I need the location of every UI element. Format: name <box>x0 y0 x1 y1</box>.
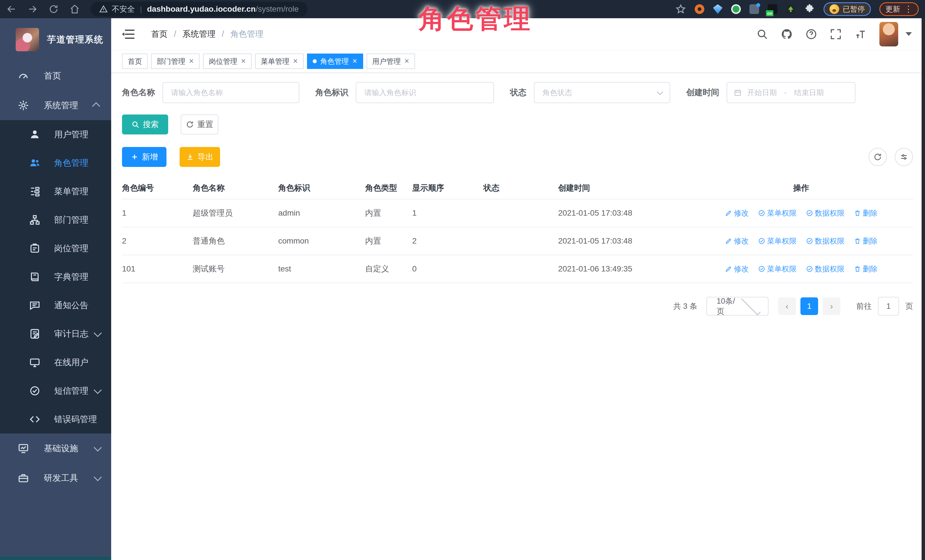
table-header-row: 角色编号 角色名称 角色标识 角色类型 显示顺序 状态 创建时间 操作 <box>122 177 913 200</box>
code-icon <box>29 414 41 425</box>
reload-icon[interactable] <box>48 4 59 14</box>
page-size-select[interactable]: 10条/页 <box>707 297 768 315</box>
extension-icon-grid[interactable] <box>749 4 759 14</box>
delete-link[interactable]: 删除 <box>854 264 878 274</box>
delete-link[interactable]: 删除 <box>854 208 878 218</box>
sidebar-item-error-codes[interactable]: 错误码管理 <box>0 405 111 434</box>
table-row: 2 普通角色 common 内置 2 2021-01-05 17:03:48 修… <box>122 227 913 255</box>
circle-check-icon <box>806 237 813 245</box>
url-host: dashboard.yudao.iocoder.cn <box>147 5 256 14</box>
github-icon[interactable] <box>781 28 793 40</box>
extension-icon-plant[interactable] <box>786 4 795 14</box>
paused-extension-pill[interactable]: 已暂停 <box>824 2 871 16</box>
menu-permission-link[interactable]: 菜单权限 <box>758 236 797 246</box>
breadcrumb-home[interactable]: 首页 <box>151 29 167 40</box>
menu-permission-link[interactable]: 菜单权限 <box>758 264 797 274</box>
table-tools <box>860 148 913 166</box>
sidebar-item-label: 基础设施 <box>44 443 78 454</box>
role-name-input[interactable] <box>163 82 299 103</box>
close-icon[interactable] <box>293 58 298 65</box>
sidebar-item-users[interactable]: 用户管理 <box>0 120 111 149</box>
forward-icon[interactable] <box>27 4 38 14</box>
reset-button[interactable]: 重置 <box>181 114 218 134</box>
download-icon <box>186 153 194 161</box>
edit-link[interactable]: 修改 <box>725 264 749 274</box>
sidebar-item-departments[interactable]: 部门管理 <box>0 206 111 234</box>
address-bar[interactable]: 不安全 | dashboard.yudao.iocoder.cn /system… <box>90 2 307 17</box>
sidebar-item-sms[interactable]: 短信管理 <box>0 377 111 405</box>
tag-tab-home[interactable]: 首页 <box>122 54 148 69</box>
breadcrumb-system[interactable]: 系统管理 <box>182 29 215 40</box>
extension-icon-orange[interactable] <box>695 4 704 14</box>
back-icon[interactable] <box>6 4 17 14</box>
refresh-table-button[interactable] <box>869 148 887 166</box>
close-icon[interactable] <box>189 58 194 65</box>
date-range-picker[interactable]: 开始日期 - 结束日期 <box>727 82 856 103</box>
sidebar-logo-row[interactable]: 芋道管理系统 <box>0 18 111 61</box>
extension-icon-green[interactable] <box>731 4 741 14</box>
tag-tab-departments[interactable]: 部门管理 <box>151 54 200 69</box>
extension-icon-switch[interactable]: on <box>768 4 777 14</box>
sidebar-item-home[interactable]: 首页 <box>0 61 111 90</box>
browser-menu-dots-icon[interactable]: ⋮ <box>904 5 913 14</box>
sidebar-item-notices[interactable]: 通知公告 <box>0 291 111 320</box>
sidebar-item-infrastructure[interactable]: 基础设施 <box>0 434 111 463</box>
caret-down-icon[interactable] <box>905 32 912 36</box>
export-button[interactable]: 导出 <box>179 147 220 167</box>
tag-tab-posts[interactable]: 岗位管理 <box>203 54 252 69</box>
tags-view-bar: 首页 部门管理 岗位管理 菜单管理 角色管理 用户管理 <box>111 50 925 73</box>
sidebar-item-dev-tools[interactable]: 研发工具 <box>0 463 111 493</box>
date-range-separator: - <box>784 88 787 97</box>
sidebar-item-dictionary[interactable]: 字典管理 <box>0 263 111 291</box>
edit-link[interactable]: 修改 <box>725 236 749 246</box>
goto-page-input[interactable] <box>878 297 899 315</box>
cell-created: 2021-01-05 17:03:48 <box>558 209 695 218</box>
tag-tab-users[interactable]: 用户管理 <box>366 54 415 69</box>
chevron-up-icon <box>92 102 100 110</box>
tag-tab-roles[interactable]: 角色管理 <box>307 54 363 69</box>
bookmark-star-icon[interactable] <box>675 4 686 15</box>
annotation-overlay-text: 角色管理 <box>419 1 532 36</box>
sidebar-item-system[interactable]: 系统管理 <box>0 90 111 120</box>
close-icon[interactable] <box>352 58 357 65</box>
extensions-puzzle-icon[interactable] <box>804 4 815 15</box>
home-icon[interactable] <box>69 4 80 14</box>
close-icon[interactable] <box>404 58 409 65</box>
extension-icon-gem[interactable] <box>713 4 723 14</box>
status-select[interactable]: 角色状态 <box>534 82 670 103</box>
sidebar-item-posts[interactable]: 岗位管理 <box>0 234 111 263</box>
sidebar-item-roles[interactable]: 角色管理 <box>0 149 111 177</box>
sidebar-item-audit-log[interactable]: 审计日志 <box>0 320 111 348</box>
close-icon[interactable] <box>241 58 246 65</box>
collapse-sidebar-icon[interactable] <box>122 29 134 39</box>
sidebar-item-menus[interactable]: 菜单管理 <box>0 177 111 206</box>
cell-sort: 0 <box>412 264 484 273</box>
prev-page-button[interactable]: ‹ <box>778 297 796 315</box>
data-permission-link[interactable]: 数据权限 <box>806 236 845 246</box>
search-button[interactable]: 搜索 <box>122 114 168 134</box>
next-page-button[interactable]: › <box>823 297 840 315</box>
font-size-icon[interactable] <box>854 28 866 40</box>
chevron-down-icon <box>94 329 102 337</box>
delete-link[interactable]: 删除 <box>854 236 878 246</box>
sidebar-item-online-users[interactable]: 在线用户 <box>0 348 111 377</box>
chevron-down-icon <box>94 443 102 452</box>
search-icon[interactable] <box>756 28 768 40</box>
browser-update-button[interactable]: 更新 ⋮ <box>880 2 919 16</box>
help-icon[interactable] <box>805 28 817 40</box>
window-scrollbar[interactable] <box>922 18 925 560</box>
data-permission-link[interactable]: 数据权限 <box>806 264 845 274</box>
avatar[interactable] <box>880 22 898 47</box>
add-button[interactable]: 新增 <box>122 147 166 167</box>
edit-link[interactable]: 修改 <box>725 208 749 218</box>
tab-label: 角色管理 <box>320 57 349 66</box>
menu-permission-link[interactable]: 菜单权限 <box>758 208 797 218</box>
column-settings-button[interactable] <box>895 148 913 166</box>
current-page-button[interactable]: 1 <box>800 297 818 315</box>
fullscreen-icon[interactable] <box>830 28 842 40</box>
role-key-input[interactable] <box>356 82 494 103</box>
status-label: 状态 <box>510 87 526 98</box>
data-permission-link[interactable]: 数据权限 <box>806 208 845 218</box>
tag-tab-menus[interactable]: 菜单管理 <box>255 54 304 69</box>
sidebar-bottom-strip <box>0 557 111 560</box>
